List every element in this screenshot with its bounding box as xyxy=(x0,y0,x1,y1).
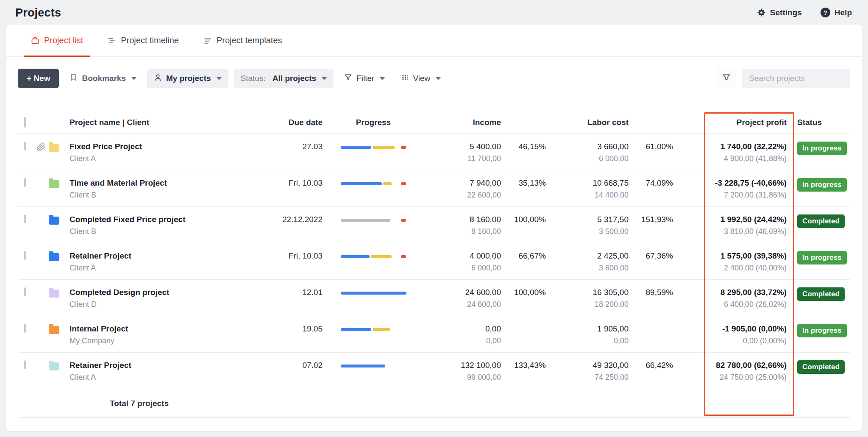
folder-icon xyxy=(49,289,59,298)
status-badge: In progress xyxy=(797,251,847,264)
labor-percent xyxy=(629,316,673,352)
labor-value: 2 425,00 xyxy=(546,251,629,262)
table-row[interactable]: Internal Project My Company 19.05 0,00 0… xyxy=(18,316,850,353)
view-label: View xyxy=(413,74,430,83)
filter-button[interactable]: Filter xyxy=(339,69,390,88)
project-name[interactable]: Completed Fixed Price project xyxy=(70,214,259,225)
income-secondary: 22 600,00 xyxy=(424,190,501,200)
search-input[interactable] xyxy=(742,69,850,88)
status-badge: In progress xyxy=(797,324,847,337)
labor-value: 5 317,50 xyxy=(546,214,629,225)
column-header-progress[interactable]: Progress xyxy=(323,118,424,127)
help-icon: ? xyxy=(821,8,830,17)
tab-label: Project list xyxy=(44,36,83,45)
income-value: 24 600,00 xyxy=(424,287,501,298)
view-button[interactable]: View xyxy=(395,69,446,88)
due-date: 27.03 xyxy=(259,134,323,170)
labor-value: 16 305,00 xyxy=(546,287,629,298)
column-header-name[interactable]: Project name | Client xyxy=(70,118,259,127)
select-all-checkbox[interactable] xyxy=(24,117,26,128)
folder-icon xyxy=(49,326,59,334)
settings-button[interactable]: Settings xyxy=(757,8,802,17)
project-name[interactable]: Retainer Project xyxy=(70,251,259,262)
funnel-icon xyxy=(722,73,731,84)
bookmark-icon xyxy=(70,73,78,84)
profit-value: 8 295,00 (33,72%) xyxy=(673,287,787,298)
table-row[interactable]: Time and Material Project Client B Fri, … xyxy=(18,170,850,207)
labor-secondary: 6 000,00 xyxy=(546,153,629,164)
income-secondary: 0,00 xyxy=(424,336,501,346)
project-name[interactable]: Internal Project xyxy=(70,323,259,334)
project-name[interactable]: Retainer Project xyxy=(70,360,259,371)
bookmarks-button[interactable]: Bookmarks xyxy=(64,69,142,88)
row-checkbox[interactable] xyxy=(24,287,26,296)
income-percent: 133,43% xyxy=(501,353,546,389)
column-header-status[interactable]: Status xyxy=(787,118,850,127)
project-name[interactable]: Time and Material Project xyxy=(70,178,259,189)
column-header-profit[interactable]: Project profit xyxy=(673,118,787,127)
income-value: 132 100,00 xyxy=(424,360,501,371)
row-checkbox[interactable] xyxy=(24,324,26,333)
labor-percent: 66,42% xyxy=(629,353,673,389)
row-checkbox[interactable] xyxy=(24,214,26,223)
tab-label: Project timeline xyxy=(121,36,179,45)
income-secondary: 24 600,00 xyxy=(424,299,501,309)
profit-secondary: 3 810,00 (46,69%) xyxy=(673,226,787,237)
header-actions: Settings ? Help xyxy=(757,6,852,17)
row-checkbox[interactable] xyxy=(24,178,26,187)
project-name[interactable]: Completed Design project xyxy=(70,287,259,298)
project-name[interactable]: Fixed Price Project xyxy=(70,141,259,152)
tab-project-list[interactable]: Project list xyxy=(24,25,90,56)
profit-secondary: 0,00 (0,00%) xyxy=(673,336,787,346)
tabs-bar: Project list Project timeline Project te… xyxy=(6,25,862,57)
client-name: Client A xyxy=(70,372,259,382)
status-badge: Completed xyxy=(797,360,845,374)
labor-percent: 74,09% xyxy=(629,170,673,206)
tab-project-templates[interactable]: Project templates xyxy=(197,25,289,56)
my-projects-dropdown[interactable]: My projects xyxy=(147,69,228,88)
income-value: 0,00 xyxy=(424,323,501,334)
labor-secondary: 18 200,00 xyxy=(546,299,629,309)
labor-value: 3 660,00 xyxy=(546,141,629,152)
row-checkbox[interactable] xyxy=(24,251,26,260)
profit-value: 1 740,00 (32,22%) xyxy=(673,141,787,152)
labor-secondary: 0,00 xyxy=(546,336,629,346)
funnel-icon xyxy=(344,73,352,84)
due-date: 19.05 xyxy=(259,316,323,352)
column-header-due[interactable]: Due date xyxy=(259,118,323,127)
page-title: Projects xyxy=(15,6,61,19)
new-button[interactable]: + New xyxy=(18,69,59,88)
folder-icon xyxy=(49,180,59,188)
attachment-icon xyxy=(36,142,46,152)
profit-secondary: 4 900,00 (41,88%) xyxy=(673,153,787,164)
app-header: Projects Settings ? He xyxy=(0,0,868,25)
column-header-income[interactable]: Income xyxy=(424,118,501,127)
help-button[interactable]: ? Help xyxy=(821,8,852,17)
progress-bar xyxy=(341,255,406,258)
table-row[interactable]: Retainer Project Client A Fri, 10.03 4 0… xyxy=(18,243,850,280)
tab-project-timeline[interactable]: Project timeline xyxy=(101,25,186,56)
table-row[interactable]: Completed Fixed Price project Client B 2… xyxy=(18,207,850,243)
table-row[interactable]: Completed Design project Client D 12.01 … xyxy=(18,280,850,316)
total-label: Total 7 projects xyxy=(110,399,169,408)
client-name: Client A xyxy=(70,153,259,164)
briefcase-icon xyxy=(31,36,39,45)
progress-bar xyxy=(341,182,406,185)
projects-card: Project list Project timeline Project te… xyxy=(6,25,862,431)
chevron-down-icon xyxy=(217,77,222,80)
income-percent: 46,15% xyxy=(501,134,546,170)
column-header-labor[interactable]: Labor cost xyxy=(546,118,629,127)
income-value: 5 400,00 xyxy=(424,141,501,152)
status-badge: In progress xyxy=(797,178,847,192)
client-name: Client B xyxy=(70,226,259,237)
table-total-row: Total 7 projects xyxy=(18,389,850,418)
row-checkbox[interactable] xyxy=(24,360,26,369)
saved-filters-button[interactable] xyxy=(717,69,736,88)
profit-value: 82 780,00 (62,66%) xyxy=(673,360,787,371)
row-checkbox[interactable] xyxy=(24,142,26,150)
table-row[interactable]: Fixed Price Project Client A 27.03 5 400… xyxy=(18,134,850,170)
chevron-down-icon xyxy=(436,77,441,80)
table-row[interactable]: Retainer Project Client A 07.02 132 100,… xyxy=(18,353,850,389)
labor-secondary: 14 400,00 xyxy=(546,190,629,200)
status-dropdown[interactable]: Status: All projects xyxy=(234,69,334,88)
